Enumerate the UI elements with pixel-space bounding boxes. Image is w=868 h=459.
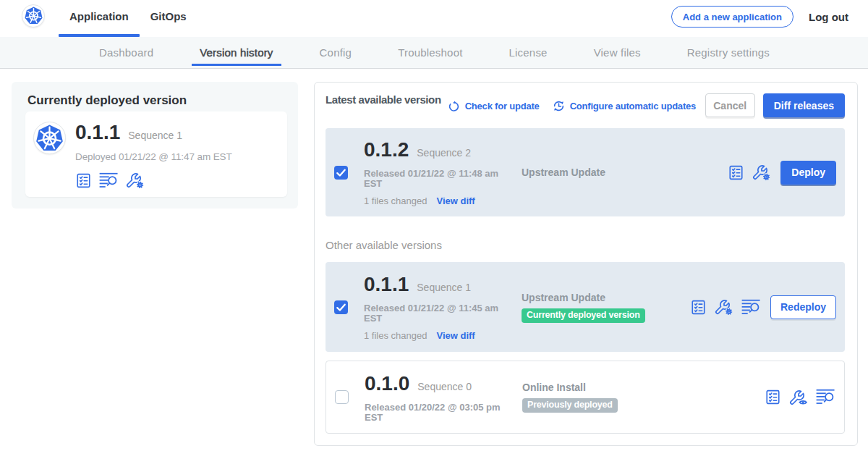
- top-navbar: Application GitOps Add a new application…: [0, 0, 868, 37]
- app-subnav: Dashboard Version history Config Trouble…: [0, 37, 868, 69]
- checkmark-icon: [334, 166, 348, 180]
- cancel-button[interactable]: Cancel: [705, 93, 755, 117]
- version-sequence: Sequence 2: [417, 147, 471, 159]
- check-for-update-link[interactable]: Check for update: [448, 100, 540, 112]
- refresh-icon: [448, 100, 460, 112]
- view-diff-link[interactable]: View diff: [436, 330, 475, 341]
- version-row-0.1.0: 0.1.0 Sequence 0 Released 01/20/22 @ 03:…: [326, 361, 845, 434]
- version-actions: [757, 389, 835, 406]
- deploy-logs-icon[interactable]: [741, 299, 761, 316]
- subnav-tab-version-history[interactable]: Version history: [200, 37, 273, 68]
- version-row-0.1.1: 0.1.1 Sequence 1 Released 01/21/22 @ 11:…: [326, 262, 845, 352]
- currently-deployed-panel: Currently deployed version 0.1.1 Sequenc…: [12, 82, 298, 209]
- files-changed-label: 1 files changed: [364, 195, 427, 206]
- version-source-label: Upstream Update: [522, 292, 677, 303]
- version-sequence: Sequence 0: [417, 381, 472, 392]
- view-diff-link[interactable]: View diff: [436, 195, 475, 206]
- version-info: 0.1.1 Sequence 1 Released 01/21/22 @ 11:…: [364, 273, 506, 341]
- version-info: 0.1.2 Sequence 2 Released 01/21/22 @ 11:…: [364, 138, 506, 206]
- version-history-card: Latest available version Check for updat…: [314, 82, 858, 446]
- redeploy-button[interactable]: Redeploy: [770, 295, 836, 319]
- tab-gitops[interactable]: GitOps: [140, 0, 197, 37]
- version-checkbox[interactable]: [334, 300, 348, 314]
- version-actions: Redeploy: [682, 295, 836, 319]
- deploy-logs-icon[interactable]: [816, 389, 835, 405]
- top-tabs: Application GitOps: [59, 0, 197, 37]
- released-timestamp: Released 01/21/22 @ 11:45 am EST: [364, 303, 503, 324]
- configure-automatic-updates-label: Configure automatic updates: [570, 101, 696, 111]
- view-config-icon[interactable]: [789, 389, 808, 406]
- version-source: Upstream Update Currently deployed versi…: [522, 292, 677, 323]
- subnav-tab-config[interactable]: Config: [320, 37, 352, 68]
- preflight-checks-icon[interactable]: [765, 389, 781, 405]
- latest-version-title: Latest available version: [326, 93, 441, 106]
- subnav-tab-registry-settings[interactable]: Registry settings: [687, 37, 770, 68]
- deployed-action-icons: [75, 172, 232, 189]
- version-number: 0.1.1: [364, 273, 409, 296]
- files-changed-label: 1 files changed: [364, 330, 427, 341]
- version-checkbox[interactable]: [335, 390, 349, 404]
- version-source: Online Install Previously deployed: [522, 382, 678, 413]
- logout-button[interactable]: Log out: [809, 11, 848, 23]
- preflight-checks-icon[interactable]: [728, 164, 744, 181]
- deployed-version-number: 0.1.1: [75, 121, 120, 144]
- app-logo-large: [33, 122, 66, 154]
- version-info: 0.1.0 Sequence 0 Released 01/20/22 @ 03:…: [365, 372, 506, 423]
- header-buttons: Cancel Diff releases: [705, 93, 845, 117]
- version-row-0.1.2: 0.1.2 Sequence 2 Released 01/21/22 @ 11:…: [326, 128, 845, 216]
- other-versions-heading: Other available versions: [326, 240, 845, 250]
- configure-automatic-updates-link[interactable]: Configure automatic updates: [553, 100, 696, 112]
- subnav-tab-troubleshoot[interactable]: Troubleshoot: [398, 37, 462, 68]
- edit-config-icon[interactable]: [752, 164, 771, 181]
- update-schedule-icon: [553, 100, 565, 112]
- latest-version-header: Latest available version Check for updat…: [326, 92, 845, 117]
- version-source-label: Online Install: [522, 382, 678, 393]
- currently-deployed-title: Currently deployed version: [27, 93, 287, 108]
- version-source-label: Upstream Update: [522, 167, 677, 178]
- version-source: Upstream Update: [522, 167, 677, 178]
- currently-deployed-card: 0.1.1 Sequence 1 Deployed 01/21/22 @ 11:…: [25, 111, 287, 197]
- released-timestamp: Released 01/20/22 @ 03:05 pm EST: [365, 403, 503, 423]
- app-logo: [22, 4, 45, 28]
- deployed-timestamp: Deployed 01/21/22 @ 11:47 am EST: [75, 151, 232, 163]
- preflight-checks-icon[interactable]: [690, 299, 707, 316]
- subnav-tab-license[interactable]: License: [509, 37, 548, 68]
- deployed-sequence: Sequence 1: [128, 130, 182, 141]
- kubernetes-logo-icon: [24, 6, 43, 25]
- edit-config-icon[interactable]: [126, 172, 145, 189]
- version-number: 0.1.0: [365, 372, 409, 395]
- previously-deployed-badge: Previously deployed: [522, 398, 618, 413]
- check-for-update-label: Check for update: [465, 101, 540, 111]
- subnav-tab-dashboard[interactable]: Dashboard: [99, 37, 153, 68]
- currently-deployed-badge: Currently deployed version: [522, 308, 645, 323]
- checkmark-icon: [334, 300, 348, 314]
- subnav-tab-view-files[interactable]: View files: [594, 37, 641, 68]
- version-checkbox[interactable]: [334, 166, 348, 180]
- deploy-button[interactable]: Deploy: [780, 161, 836, 185]
- preflight-checks-icon[interactable]: [75, 172, 92, 189]
- add-application-button[interactable]: Add a new application: [671, 6, 793, 28]
- deploy-logs-icon[interactable]: [99, 172, 119, 189]
- version-sequence: Sequence 1: [417, 282, 471, 293]
- tab-application[interactable]: Application: [59, 0, 140, 37]
- kubernetes-logo-icon: [35, 123, 64, 153]
- deployed-version-info: 0.1.1 Sequence 1 Deployed 01/21/22 @ 11:…: [75, 121, 232, 188]
- version-actions: Deploy: [720, 161, 836, 185]
- released-timestamp: Released 01/21/22 @ 11:48 am EST: [364, 169, 503, 189]
- version-number: 0.1.2: [364, 138, 409, 161]
- diff-releases-button[interactable]: Diff releases: [763, 93, 845, 117]
- edit-config-icon[interactable]: [715, 298, 733, 316]
